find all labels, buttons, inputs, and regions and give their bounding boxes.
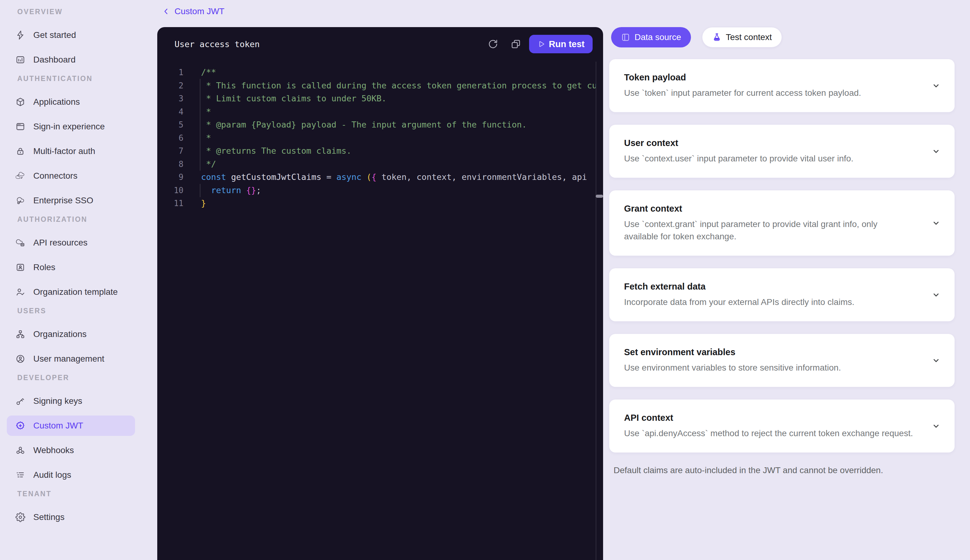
refresh-icon[interactable] (488, 39, 498, 49)
code-line: 5 * @param {Payload} payload - The input… (157, 118, 596, 132)
tab-test-context[interactable]: Test context (702, 27, 782, 47)
card-title: User context (624, 138, 940, 148)
line-number: 1 (157, 66, 184, 79)
sidebar-item-label: Connectors (33, 171, 77, 181)
card-title: Set environment variables (624, 347, 940, 357)
chevron-down-icon[interactable] (931, 355, 941, 365)
line-number: 6 (157, 132, 184, 145)
sidebar-item-custom-jwt[interactable]: Custom JWT (7, 415, 135, 436)
sidebar-item-signing-keys[interactable]: Signing keys (7, 391, 135, 411)
indent-guide (200, 79, 201, 171)
book-panel-icon (621, 33, 630, 42)
lightning-icon (15, 30, 25, 40)
card-grant-context[interactable]: Grant contextUse `context.grant` input p… (609, 190, 955, 256)
footnote: Default claims are auto-included in the … (614, 465, 955, 475)
card-token-payload[interactable]: Token payloadUse `token` input parameter… (609, 59, 955, 112)
badge-person-icon (15, 262, 25, 272)
sidebar-item-webhooks[interactable]: Webhooks (7, 440, 135, 460)
code-line: 2 * This function is called during the a… (157, 79, 596, 92)
chevron-down-icon[interactable] (931, 290, 941, 300)
sidebar-item-user-management[interactable]: User management (7, 349, 135, 369)
sidebar-item-organization-template[interactable]: Organization template (7, 282, 135, 302)
card-description: Use `context.grant` input parameter to p… (624, 218, 914, 243)
cloud-box-icon (15, 238, 25, 248)
sidebar-item-sign-in-experience[interactable]: Sign-in experience (7, 117, 135, 137)
card-api-context[interactable]: API contextUse `api.denyAccess` method t… (609, 400, 955, 452)
data-source-cards: Token payloadUse `token` input parameter… (609, 59, 955, 452)
code-line: 3 * Limit custom claims to under 50KB. (157, 92, 596, 105)
copy-icon[interactable] (510, 39, 521, 49)
sidebar-item-label: Audit logs (33, 470, 71, 480)
sidebar-item-organizations[interactable]: Organizations (7, 324, 135, 344)
dashboard-icon (15, 55, 25, 65)
sidebar-item-api-resources[interactable]: API resources (7, 233, 135, 253)
chevron-down-icon[interactable] (931, 421, 941, 431)
indent-guide (200, 184, 201, 197)
card-description: Use `context.user` input parameter to pr… (624, 152, 914, 165)
card-user-context[interactable]: User contextUse `context.user` input par… (609, 125, 955, 178)
card-title: Token payload (624, 72, 940, 83)
code-line: 9const getCustomJwtClaims = async ({ tok… (157, 171, 596, 184)
editor-column: Custom JWT User access token Run test (157, 0, 603, 560)
run-test-button[interactable]: Run test (529, 35, 593, 53)
org-tree-icon (15, 329, 25, 339)
sidebar-item-label: User management (33, 354, 104, 364)
run-test-label: Run test (549, 39, 585, 49)
sidebar-item-label: Roles (33, 262, 55, 272)
chevron-down-icon[interactable] (931, 146, 941, 156)
scrollbar-thumb[interactable] (596, 195, 603, 198)
code-area[interactable]: 1/**2 * This function is called during t… (157, 61, 596, 560)
clouds-icon (15, 171, 25, 181)
seal-plus-icon (15, 421, 25, 431)
sidebar-item-roles[interactable]: Roles (7, 257, 135, 278)
sidebar-item-label: Webhooks (33, 445, 74, 455)
sidebar-item-label: API resources (33, 238, 87, 248)
sidebar-section-header: TENANT (17, 490, 135, 498)
webhook-icon (15, 445, 25, 455)
tab-data-source-label: Data source (634, 32, 681, 42)
sidebar-item-enterprise-sso[interactable]: Enterprise SSO (7, 190, 135, 211)
line-number: 2 (157, 79, 184, 92)
play-icon (537, 40, 545, 48)
code-line: 1/** (157, 66, 596, 79)
editor-title: User access token (174, 40, 488, 49)
sidebar-item-label: Get started (33, 30, 76, 40)
sidebar-section-header: DEVELOPER (17, 373, 135, 382)
tab-test-context-label: Test context (726, 32, 772, 42)
card-title: Grant context (624, 203, 940, 214)
sidebar-item-connectors[interactable]: Connectors (7, 166, 135, 186)
breadcrumb[interactable]: Custom JWT (157, 0, 603, 27)
sidebar-item-label: Applications (33, 97, 80, 107)
line-number: 7 (157, 145, 184, 158)
sidebar-item-label: Custom JWT (33, 421, 83, 431)
sidebar-item-label: Signing keys (33, 396, 82, 406)
line-number: 8 (157, 158, 184, 171)
sidebar-item-applications[interactable]: Applications (7, 92, 135, 112)
chevron-left-icon[interactable] (162, 7, 170, 15)
code-line: 6 * (157, 132, 596, 145)
code-line: 4 * (157, 105, 596, 118)
sidebar-item-dashboard[interactable]: Dashboard (7, 50, 135, 70)
key-icon (15, 396, 25, 406)
editor-header: User access token Run test (157, 27, 603, 61)
sidebar-item-label: Multi-factor auth (33, 146, 95, 156)
sidebar-item-label: Organization template (33, 287, 118, 297)
card-description: Use `api.denyAccess` method to reject th… (624, 427, 914, 440)
tab-data-source[interactable]: Data source (611, 27, 691, 47)
card-set-environment-variables[interactable]: Set environment variablesUse environment… (609, 334, 955, 387)
code-line: 11} (157, 197, 596, 210)
sidebar-item-audit-logs[interactable]: Audit logs (7, 465, 135, 485)
code-line: 7 * @returns The custom claims. (157, 145, 596, 158)
cloud-key-icon (15, 196, 25, 205)
card-description: Use environment variables to store sensi… (624, 362, 914, 374)
sidebar-item-settings[interactable]: Settings (7, 507, 135, 527)
line-number: 5 (157, 118, 184, 132)
breadcrumb-label[interactable]: Custom JWT (174, 7, 224, 16)
sidebar-item-label: Sign-in experience (33, 122, 105, 132)
sidebar-item-get-started[interactable]: Get started (7, 25, 135, 45)
chevron-down-icon[interactable] (931, 81, 941, 90)
chevron-down-icon[interactable] (931, 218, 941, 228)
sidebar-item-multi-factor-auth[interactable]: Multi-factor auth (7, 141, 135, 162)
sidebar-item-label: Enterprise SSO (33, 196, 94, 205)
card-fetch-external-data[interactable]: Fetch external dataIncorporate data from… (609, 268, 955, 321)
